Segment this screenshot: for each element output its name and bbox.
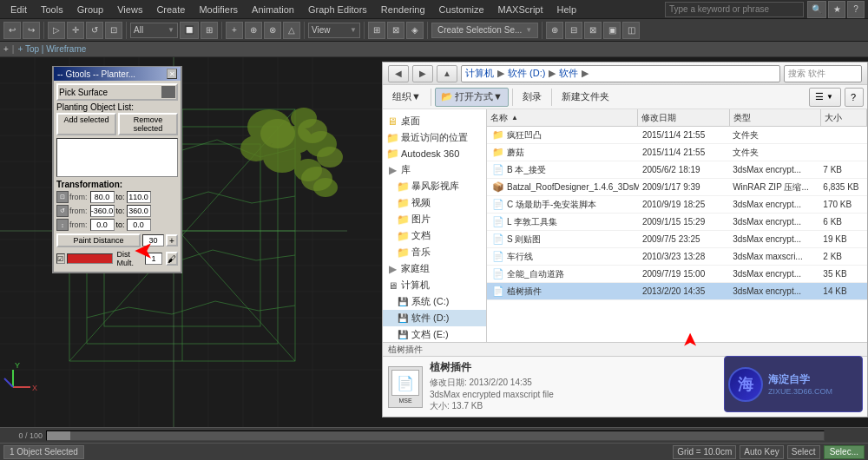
toolbar-btn-scale[interactable]: ⊡ bbox=[105, 22, 122, 39]
up-button[interactable]: ▲ bbox=[437, 65, 457, 82]
key-mode-button[interactable]: Selec... bbox=[824, 445, 865, 459]
file-row-4[interactable]: 📄 C 场最助手-免安装脚本 2010/9/19 18:25 3dsMax en… bbox=[487, 196, 867, 214]
path-bar[interactable]: 计算机 ▶ 软件 (D:) ▶ 软件 ▶ bbox=[461, 65, 780, 82]
nav-library[interactable]: ▶ 库 bbox=[383, 161, 486, 178]
menu-group[interactable]: Group bbox=[70, 3, 111, 16]
toolbar-btn-16[interactable]: ⊠ bbox=[584, 22, 602, 39]
menu-rendering[interactable]: Rendering bbox=[374, 3, 432, 16]
file-row-5[interactable]: 📄 L 李敦工具集 2009/1/15 15:29 3dsMax encrypt… bbox=[487, 214, 867, 231]
file-icon-8: 📄 bbox=[492, 268, 504, 280]
toolbar-btn-9[interactable]: ⊗ bbox=[264, 22, 281, 39]
forward-button[interactable]: ▶ bbox=[412, 65, 433, 82]
bookmark-button[interactable]: ★ bbox=[828, 1, 845, 18]
path-computer[interactable]: 计算机 bbox=[465, 67, 494, 80]
brush-tool-icon[interactable]: 🖌 bbox=[166, 252, 178, 266]
nav-music[interactable]: 📁 音乐 bbox=[383, 244, 486, 260]
open-with-button[interactable]: 📂 打开方式▼ bbox=[435, 88, 509, 107]
menu-maxscript[interactable]: MAXScript bbox=[491, 3, 550, 16]
file-row-3[interactable]: 📦 Batzal_RoofDesigner_1.4.6_3DsMax_2... … bbox=[487, 179, 867, 196]
toolbar-btn-11[interactable]: ⊞ bbox=[368, 22, 385, 39]
menu-tools[interactable]: Tools bbox=[34, 3, 70, 16]
file-row-9[interactable]: 📄 植树插件 2013/2/20 14:35 3dsMax encrypt...… bbox=[487, 283, 867, 300]
path-folder[interactable]: 软件 bbox=[559, 67, 578, 80]
menu-create[interactable]: Create bbox=[149, 3, 192, 16]
file-row-0[interactable]: 📁 疯狂凹凸 2015/11/4 21:55 文件夹 bbox=[487, 127, 867, 144]
col-header-type[interactable]: 类型 bbox=[730, 109, 821, 126]
add-selected-button[interactable]: Add selected bbox=[56, 113, 116, 135]
toolbar-btn-2[interactable]: ↪ bbox=[23, 22, 40, 39]
file-row-8[interactable]: 📄 全能_自动道路 2009/7/19 15:00 3dsMax encrypt… bbox=[487, 266, 867, 283]
help-icon[interactable]: ? bbox=[845, 88, 864, 107]
toolbar-btn-7[interactable]: + bbox=[226, 22, 243, 39]
planting-list[interactable] bbox=[56, 138, 178, 177]
viewport-label: + Top | Wireframe bbox=[17, 44, 86, 54]
col-header-date[interactable]: 修改日期 bbox=[638, 109, 729, 126]
remove-selected-button[interactable]: Remove selected bbox=[118, 113, 178, 135]
nav-baofeng[interactable]: 📁 暴风影视库 bbox=[383, 178, 486, 194]
dist-mult-slider[interactable] bbox=[67, 253, 114, 264]
toolbar-btn-13[interactable]: ◈ bbox=[406, 22, 424, 39]
path-drive[interactable]: 软件 (D:) bbox=[508, 67, 545, 80]
file-row-7[interactable]: 📄 车行线 2010/3/23 13:28 3dsMax maxscri... … bbox=[487, 248, 867, 266]
nav-autodesk[interactable]: 📁 Autodesk 360 bbox=[383, 146, 486, 161]
help-button[interactable]: ? bbox=[847, 1, 865, 18]
pick-surface-button[interactable]: Pick Surface bbox=[56, 83, 178, 101]
col-header-name[interactable]: 名称 ▲ bbox=[487, 109, 638, 126]
nav-video[interactable]: 📁 视频 bbox=[383, 194, 486, 211]
toolbar-btn-5[interactable]: 🔲 bbox=[180, 22, 199, 39]
toolbar-btn-8[interactable]: ⊕ bbox=[245, 22, 262, 39]
scale-from[interactable] bbox=[90, 191, 115, 203]
view-dropdown[interactable]: ☰ ▼ bbox=[809, 88, 841, 107]
timeline-track[interactable] bbox=[46, 430, 825, 441]
burn-button[interactable]: 刻录 bbox=[516, 88, 548, 107]
nav-computer[interactable]: 🖥 计算机 bbox=[383, 277, 486, 293]
nav-desktop[interactable]: 🖥 桌面 bbox=[383, 113, 486, 129]
menu-edit[interactable]: Edit bbox=[3, 3, 34, 16]
zoffset-to[interactable] bbox=[127, 219, 151, 231]
nav-e-drive[interactable]: 💾 文档 (E:) bbox=[383, 326, 486, 342]
menu-views[interactable]: Views bbox=[110, 3, 149, 16]
auto-key[interactable]: Auto Key bbox=[740, 445, 784, 459]
paint-distance-button[interactable]: Paint Distance bbox=[56, 233, 141, 247]
new-folder-button[interactable]: 新建文件夹 bbox=[556, 88, 615, 107]
toolbar-btn-12[interactable]: ⊠ bbox=[387, 22, 404, 39]
menu-modifiers[interactable]: Modifiers bbox=[192, 3, 245, 16]
menu-customize[interactable]: Customize bbox=[432, 3, 491, 16]
menu-help[interactable]: Help bbox=[550, 3, 584, 16]
file-row-6[interactable]: 📄 S 则贴图 2009/7/5 23:25 3dsMax encrypt...… bbox=[487, 231, 867, 248]
rotation-to[interactable] bbox=[127, 205, 151, 217]
toolbar-btn-rotate[interactable]: ↺ bbox=[86, 22, 103, 39]
toolbar-btn-18[interactable]: ◫ bbox=[622, 22, 640, 39]
file-row-2[interactable]: 📄 B 本_接受 2005/6/2 18:19 3dsMax encrypt..… bbox=[487, 161, 867, 179]
zoffset-from[interactable] bbox=[90, 219, 115, 231]
nav-d-drive[interactable]: 💾 软件 (D:) bbox=[383, 310, 486, 326]
menu-animation[interactable]: Animation bbox=[245, 3, 301, 16]
dist-mult-checkbox[interactable]: ☑ bbox=[56, 253, 65, 264]
toolbar-btn-move[interactable]: ✛ bbox=[67, 22, 84, 39]
search-button[interactable]: 🔍 bbox=[807, 1, 826, 18]
scale-to[interactable] bbox=[127, 191, 151, 203]
toolbar-btn-1[interactable]: ↩ bbox=[3, 22, 21, 39]
menu-graph-editors[interactable]: Graph Editors bbox=[301, 3, 374, 16]
rotation-from[interactable] bbox=[90, 205, 115, 217]
back-button[interactable]: ◀ bbox=[388, 65, 409, 82]
search-box[interactable]: 搜索 软件 bbox=[784, 65, 862, 82]
toolbar-btn-6[interactable]: ⊞ bbox=[201, 22, 218, 39]
toolbar-btn-15[interactable]: ⊟ bbox=[565, 22, 582, 39]
nav-recent[interactable]: 📁 最近访问的位置 bbox=[383, 129, 486, 146]
nav-docs[interactable]: 📁 文档 bbox=[383, 227, 486, 244]
file-row-1[interactable]: 📁 蘑菇 2015/11/4 21:55 文件夹 bbox=[487, 144, 867, 161]
toolbar-btn-select[interactable]: ▷ bbox=[48, 22, 65, 39]
organize-button[interactable]: 组织▼ bbox=[386, 88, 427, 107]
nav-c-drive[interactable]: 💾 系统 (C:) bbox=[383, 293, 486, 310]
paint-distance-plus[interactable]: + bbox=[166, 234, 178, 246]
time-slider[interactable]: 0 / 100 bbox=[0, 427, 868, 443]
nav-image[interactable]: 📁 图片 bbox=[383, 211, 486, 227]
toolbar-btn-10[interactable]: △ bbox=[283, 22, 300, 39]
nav-homegroup[interactable]: ▶ 家庭组 bbox=[383, 260, 486, 277]
select-field[interactable]: Select bbox=[787, 445, 820, 459]
gtools-close-button[interactable]: ✕ bbox=[167, 69, 177, 79]
toolbar-btn-17[interactable]: ▣ bbox=[603, 22, 621, 39]
toolbar-btn-14[interactable]: ⊕ bbox=[546, 22, 563, 39]
col-header-size[interactable]: 大小 bbox=[821, 109, 867, 126]
